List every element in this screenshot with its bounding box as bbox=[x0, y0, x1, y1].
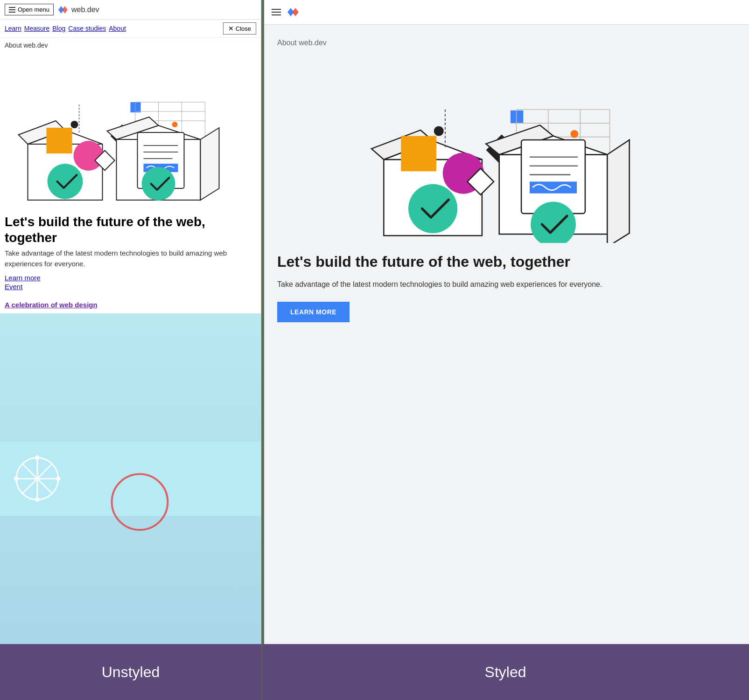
learn-more-link-left[interactable]: Learn more bbox=[5, 274, 256, 282]
svg-marker-30 bbox=[201, 128, 219, 200]
svg-point-47 bbox=[408, 184, 457, 233]
logo-area: web.dev bbox=[57, 4, 99, 15]
nav-link-measure[interactable]: Measure bbox=[24, 25, 49, 32]
svg-point-28 bbox=[142, 167, 175, 201]
bottom-labels: Unstyled Styled bbox=[0, 644, 749, 700]
left-navbar: Open menu web.dev bbox=[0, 0, 261, 20]
right-webdev-logo-icon bbox=[287, 6, 300, 19]
hero-heading-right: Let's build the future of the web, toget… bbox=[277, 252, 736, 271]
svg-rect-6 bbox=[47, 128, 72, 153]
close-label: Close bbox=[236, 25, 251, 32]
styled-label: Styled bbox=[485, 664, 526, 681]
svg-point-39 bbox=[14, 477, 19, 481]
snowflake-preview bbox=[0, 313, 261, 644]
svg-rect-48 bbox=[401, 136, 436, 172]
svg-marker-43 bbox=[292, 8, 299, 16]
svg-point-52 bbox=[434, 126, 444, 136]
close-x-icon: ✕ bbox=[228, 25, 234, 32]
webdev-logo-icon bbox=[57, 4, 69, 15]
right-hamburger-icon[interactable] bbox=[272, 9, 281, 15]
unstyled-label: Unstyled bbox=[102, 664, 160, 681]
hero-desc-left: Take advantage of the latest modern tech… bbox=[0, 248, 261, 274]
nav-link-learn[interactable]: Learn bbox=[5, 25, 21, 32]
illustration-left bbox=[0, 51, 261, 209]
event-link-left[interactable]: Event bbox=[5, 283, 256, 291]
nav-link-casestudies[interactable]: Case studies bbox=[68, 25, 106, 32]
nav-link-about[interactable]: About bbox=[109, 25, 126, 32]
left-links: Learn more Event A celebration of web de… bbox=[0, 274, 261, 313]
svg-point-5 bbox=[48, 164, 83, 199]
illustration-right bbox=[277, 56, 736, 243]
svg-rect-69 bbox=[530, 181, 577, 193]
right-content: About web.dev bbox=[264, 25, 749, 644]
svg-point-38 bbox=[35, 498, 40, 502]
nav-links-row: Learn Measure Blog Case studies About ✕ … bbox=[0, 20, 261, 38]
close-button[interactable]: ✕ Close bbox=[223, 22, 256, 35]
open-menu-button[interactable]: Open menu bbox=[5, 4, 54, 15]
learn-more-button[interactable]: LEARN MORE bbox=[277, 302, 350, 322]
nav-link-blog[interactable]: Blog bbox=[52, 25, 65, 32]
svg-point-22 bbox=[172, 122, 178, 127]
hamburger-icon bbox=[9, 7, 15, 13]
hero-desc-right: Take advantage of the latest modern tech… bbox=[277, 278, 736, 291]
svg-rect-51 bbox=[511, 111, 523, 123]
svg-point-37 bbox=[35, 456, 40, 460]
svg-rect-9 bbox=[131, 102, 141, 112]
hero-heading-left: Let's build the future of the web, toget… bbox=[0, 209, 261, 248]
svg-marker-1 bbox=[62, 6, 68, 14]
svg-marker-72 bbox=[607, 140, 629, 243]
unstyled-label-container: Unstyled bbox=[0, 644, 261, 700]
svg-point-10 bbox=[71, 121, 78, 128]
svg-point-64 bbox=[570, 130, 578, 138]
logo-text: web.dev bbox=[71, 6, 99, 14]
right-panel: About web.dev bbox=[264, 0, 749, 644]
celebration-link-left[interactable]: A celebration of web design bbox=[5, 301, 256, 309]
right-navbar bbox=[264, 0, 749, 25]
about-label-right: About web.dev bbox=[277, 39, 736, 47]
styled-label-container: Styled bbox=[262, 644, 749, 700]
left-panel: Open menu web.dev Learn Measure Blog Cas… bbox=[0, 0, 261, 644]
open-menu-label: Open menu bbox=[18, 6, 49, 13]
about-label-left: About web.dev bbox=[0, 38, 261, 51]
svg-point-40 bbox=[56, 477, 61, 481]
